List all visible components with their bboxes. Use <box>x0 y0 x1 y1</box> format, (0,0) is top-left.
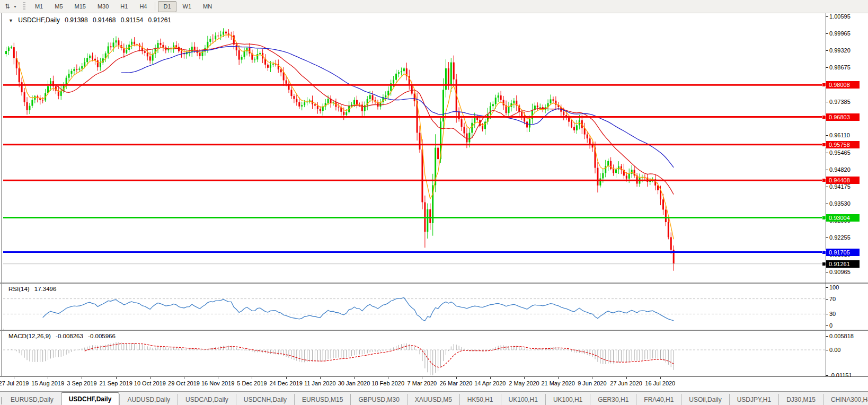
price-tick-label: 0.92255 <box>829 234 851 241</box>
chart-tab[interactable]: HK50,H1 <box>459 394 501 405</box>
price-tick-mark <box>826 153 828 153</box>
rsi-indicator-canvas[interactable] <box>3 284 826 329</box>
price-tick-mark <box>826 102 828 102</box>
time-tick <box>388 377 388 379</box>
time-tick <box>456 377 457 379</box>
chart-tab[interactable]: USDCNH,Daily <box>236 394 294 405</box>
chart-tab[interactable]: CHINA300,H4 <box>823 394 868 405</box>
time-label: 30 Jan 2020 <box>338 380 370 386</box>
time-axis[interactable]: 27 Jul 201915 Aug 20193 Sep 201921 Sep 2… <box>0 377 868 391</box>
chart-tab-bar: EURUSD,DailyUSDCHF,DailyAUDUSD,DailyUSDC… <box>0 391 868 405</box>
price-tick-label: 0.94820 <box>829 166 851 173</box>
chart-tab[interactable]: GBPUSD,M30 <box>350 394 406 405</box>
level-line-marker <box>822 216 826 220</box>
rsi-scale-label: 100 <box>829 284 839 290</box>
time-label: 7 Mar 2020 <box>408 380 437 386</box>
tab-corner-button[interactable] <box>1 397 2 404</box>
symbol-caret-icon[interactable]: ▼ <box>8 18 13 23</box>
time-label: 2 May 2020 <box>509 380 539 386</box>
price-tick-mark <box>826 187 828 187</box>
price-tick-mark <box>826 50 828 51</box>
macd-name: MACD(12,26,9) <box>8 333 51 339</box>
chart-tab[interactable]: FRA40,H1 <box>636 394 681 405</box>
cursor-mode-icon[interactable]: ⇅ <box>2 2 13 11</box>
ohlc-close: 0.91261 <box>148 16 171 24</box>
chart-title: ▼ USDCHF,Daily 0.91398 0.91468 0.91154 0… <box>8 16 174 24</box>
chart-tab[interactable]: AUDUSD,Daily <box>119 394 178 405</box>
chart-tab[interactable]: UK100,H1 <box>545 394 590 405</box>
time-label: 27 Jul 2019 <box>0 380 29 386</box>
price-tick-label: 0.94175 <box>829 183 851 190</box>
time-tick <box>558 377 559 379</box>
toolbar-separator <box>155 2 155 11</box>
price-tick-mark <box>826 272 828 272</box>
top-toolbar: ⇅ ▼ M1M5M15M30H1H4D1W1MN <box>0 0 868 13</box>
time-tick <box>14 377 14 379</box>
chart-tab[interactable]: GER30,H1 <box>590 394 636 405</box>
chart-tab[interactable]: UK100,H1 <box>501 394 545 405</box>
rsi-value: 17.3496 <box>34 286 57 292</box>
macd-scale-tick <box>826 350 828 350</box>
macd-indicator-canvas[interactable] <box>3 331 826 376</box>
time-tick <box>82 377 82 379</box>
chart-symbol: USDCHF,Daily <box>18 16 60 24</box>
time-label: 5 Dec 2019 <box>237 380 267 386</box>
chart-tab[interactable]: USDCAD,Daily <box>178 394 236 405</box>
macd-value: -0.008263 <box>56 333 83 339</box>
time-tick <box>354 377 355 379</box>
price-tick-mark <box>826 204 828 204</box>
rsi-scale-label: 30 <box>829 311 836 317</box>
timeframe-button-M15[interactable]: M15 <box>69 1 91 12</box>
timeframe-button-D1[interactable]: D1 <box>158 1 176 12</box>
price-tick-label: 0.97385 <box>829 99 851 105</box>
chart-tab-active[interactable]: USDCHF,Daily <box>61 392 120 405</box>
time-label: 9 Jun 2020 <box>578 380 606 386</box>
time-tick <box>626 377 627 379</box>
timeframe-button-H4[interactable]: H4 <box>134 1 152 12</box>
price-tick-mark <box>826 170 828 170</box>
time-label: 10 Oct 2019 <box>134 380 166 386</box>
panel-splitter-rsi[interactable] <box>0 283 868 284</box>
chart-tab[interactable]: USDJPY,H1 <box>729 394 778 405</box>
level-line-marker <box>822 115 826 119</box>
timeframe-button-MN[interactable]: MN <box>198 1 217 12</box>
timeframe-button-W1[interactable]: W1 <box>178 1 197 12</box>
price-chart-canvas[interactable] <box>3 13 826 283</box>
chart-tab[interactable]: EURUSD,M15 <box>294 394 350 405</box>
ohlc-low: 0.91154 <box>121 16 144 24</box>
timeframe-button-H1[interactable]: H1 <box>115 1 133 12</box>
chart-tab[interactable]: EURUSD,Daily <box>3 394 61 405</box>
cursor-mode-caret-icon[interactable]: ▼ <box>13 5 17 8</box>
macd-signal-value: -0.005966 <box>88 333 116 339</box>
time-label: 3 Sep 2019 <box>67 380 96 386</box>
price-tick-label: 0.96110 <box>829 132 850 138</box>
price-level-label: 0.93004 <box>826 214 860 222</box>
price-tick-mark <box>826 33 828 34</box>
chart-tab[interactable]: XAUUSD,M5 <box>407 394 459 405</box>
price-level-label: 0.98008 <box>826 81 860 89</box>
timeframe-button-M1[interactable]: M1 <box>30 1 48 12</box>
panel-splitter-macd[interactable] <box>0 330 868 331</box>
timeframe-button-M5[interactable]: M5 <box>49 1 68 12</box>
time-label: 15 Aug 2019 <box>31 380 64 386</box>
chart-tab[interactable]: USOil,Daily <box>681 394 729 405</box>
time-tick <box>252 377 252 379</box>
toolbar-drag-handle[interactable] <box>23 2 25 11</box>
rsi-scale-tick <box>826 314 828 314</box>
time-label: 21 Sep 2019 <box>99 380 132 386</box>
timeframe-button-M30[interactable]: M30 <box>92 1 114 12</box>
ohlc-high: 0.91468 <box>93 16 116 24</box>
macd-scale-tick <box>826 336 828 337</box>
time-label: 26 Mar 2020 <box>440 380 473 386</box>
price-tick-label: 1.00595 <box>829 13 851 20</box>
horizontal-levels-layer[interactable] <box>3 85 826 252</box>
price-tick-label: 0.98675 <box>829 64 851 71</box>
rsi-label: RSI(14) 17.3496 <box>8 286 59 292</box>
price-level-label: 0.91261 <box>826 260 860 268</box>
time-label: 21 May 2020 <box>541 380 575 386</box>
chart-tab[interactable]: DJ30,M15 <box>778 394 823 405</box>
rsi-scale-tick <box>826 299 828 300</box>
rsi-scale-label: 0 <box>829 322 832 329</box>
level-line-marker <box>822 83 826 87</box>
time-tick <box>592 377 592 379</box>
